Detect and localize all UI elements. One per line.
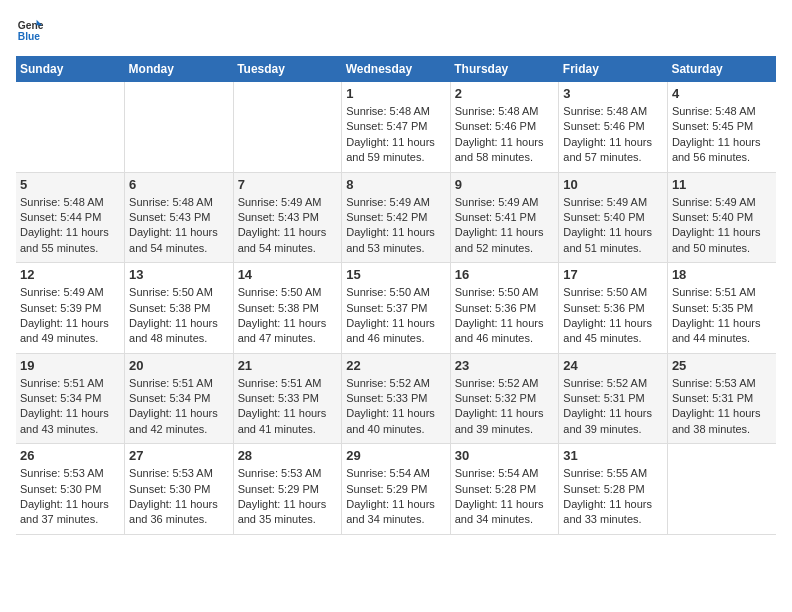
day-info: Sunrise: 5:49 AMSunset: 5:40 PMDaylight:… — [563, 195, 663, 257]
day-info: Sunrise: 5:51 AMSunset: 5:35 PMDaylight:… — [672, 285, 772, 347]
day-number: 24 — [563, 358, 663, 373]
calendar-cell: 16Sunrise: 5:50 AMSunset: 5:36 PMDayligh… — [450, 263, 559, 354]
day-info: Sunrise: 5:48 AMSunset: 5:47 PMDaylight:… — [346, 104, 446, 166]
weekday-header-saturday: Saturday — [667, 56, 776, 82]
logo-icon: General Blue — [16, 16, 44, 44]
calendar-cell: 28Sunrise: 5:53 AMSunset: 5:29 PMDayligh… — [233, 444, 342, 535]
calendar-cell: 3Sunrise: 5:48 AMSunset: 5:46 PMDaylight… — [559, 82, 668, 172]
calendar-week-2: 5Sunrise: 5:48 AMSunset: 5:44 PMDaylight… — [16, 172, 776, 263]
logo: General Blue — [16, 16, 48, 44]
calendar-week-1: 1Sunrise: 5:48 AMSunset: 5:47 PMDaylight… — [16, 82, 776, 172]
day-info: Sunrise: 5:50 AMSunset: 5:38 PMDaylight:… — [129, 285, 229, 347]
day-number: 18 — [672, 267, 772, 282]
calendar-cell: 12Sunrise: 5:49 AMSunset: 5:39 PMDayligh… — [16, 263, 125, 354]
calendar-cell: 9Sunrise: 5:49 AMSunset: 5:41 PMDaylight… — [450, 172, 559, 263]
day-info: Sunrise: 5:48 AMSunset: 5:46 PMDaylight:… — [455, 104, 555, 166]
day-number: 1 — [346, 86, 446, 101]
day-info: Sunrise: 5:50 AMSunset: 5:36 PMDaylight:… — [563, 285, 663, 347]
day-info: Sunrise: 5:55 AMSunset: 5:28 PMDaylight:… — [563, 466, 663, 528]
calendar-cell: 24Sunrise: 5:52 AMSunset: 5:31 PMDayligh… — [559, 353, 668, 444]
day-number: 10 — [563, 177, 663, 192]
day-info: Sunrise: 5:49 AMSunset: 5:43 PMDaylight:… — [238, 195, 338, 257]
calendar-cell: 23Sunrise: 5:52 AMSunset: 5:32 PMDayligh… — [450, 353, 559, 444]
weekday-header-friday: Friday — [559, 56, 668, 82]
day-number: 20 — [129, 358, 229, 373]
calendar-cell: 19Sunrise: 5:51 AMSunset: 5:34 PMDayligh… — [16, 353, 125, 444]
calendar-cell: 26Sunrise: 5:53 AMSunset: 5:30 PMDayligh… — [16, 444, 125, 535]
day-info: Sunrise: 5:53 AMSunset: 5:31 PMDaylight:… — [672, 376, 772, 438]
calendar-cell: 30Sunrise: 5:54 AMSunset: 5:28 PMDayligh… — [450, 444, 559, 535]
calendar-cell: 2Sunrise: 5:48 AMSunset: 5:46 PMDaylight… — [450, 82, 559, 172]
weekday-header-thursday: Thursday — [450, 56, 559, 82]
day-number: 4 — [672, 86, 772, 101]
day-number: 8 — [346, 177, 446, 192]
day-number: 21 — [238, 358, 338, 373]
day-number: 13 — [129, 267, 229, 282]
calendar-cell: 5Sunrise: 5:48 AMSunset: 5:44 PMDaylight… — [16, 172, 125, 263]
day-number: 11 — [672, 177, 772, 192]
day-info: Sunrise: 5:49 AMSunset: 5:40 PMDaylight:… — [672, 195, 772, 257]
day-number: 26 — [20, 448, 120, 463]
calendar-cell: 13Sunrise: 5:50 AMSunset: 5:38 PMDayligh… — [125, 263, 234, 354]
weekday-header-wednesday: Wednesday — [342, 56, 451, 82]
calendar-cell: 22Sunrise: 5:52 AMSunset: 5:33 PMDayligh… — [342, 353, 451, 444]
day-number: 17 — [563, 267, 663, 282]
calendar-cell — [125, 82, 234, 172]
day-number: 15 — [346, 267, 446, 282]
day-info: Sunrise: 5:53 AMSunset: 5:29 PMDaylight:… — [238, 466, 338, 528]
day-number: 5 — [20, 177, 120, 192]
day-info: Sunrise: 5:48 AMSunset: 5:43 PMDaylight:… — [129, 195, 229, 257]
day-number: 14 — [238, 267, 338, 282]
day-number: 3 — [563, 86, 663, 101]
day-info: Sunrise: 5:51 AMSunset: 5:33 PMDaylight:… — [238, 376, 338, 438]
calendar-week-3: 12Sunrise: 5:49 AMSunset: 5:39 PMDayligh… — [16, 263, 776, 354]
day-info: Sunrise: 5:51 AMSunset: 5:34 PMDaylight:… — [129, 376, 229, 438]
calendar-cell: 20Sunrise: 5:51 AMSunset: 5:34 PMDayligh… — [125, 353, 234, 444]
day-number: 27 — [129, 448, 229, 463]
calendar-cell — [233, 82, 342, 172]
day-number: 28 — [238, 448, 338, 463]
day-info: Sunrise: 5:48 AMSunset: 5:44 PMDaylight:… — [20, 195, 120, 257]
day-number: 16 — [455, 267, 555, 282]
calendar-cell: 31Sunrise: 5:55 AMSunset: 5:28 PMDayligh… — [559, 444, 668, 535]
calendar-header: SundayMondayTuesdayWednesdayThursdayFrid… — [16, 56, 776, 82]
day-info: Sunrise: 5:49 AMSunset: 5:39 PMDaylight:… — [20, 285, 120, 347]
calendar-cell: 11Sunrise: 5:49 AMSunset: 5:40 PMDayligh… — [667, 172, 776, 263]
day-info: Sunrise: 5:53 AMSunset: 5:30 PMDaylight:… — [129, 466, 229, 528]
day-number: 30 — [455, 448, 555, 463]
day-info: Sunrise: 5:49 AMSunset: 5:42 PMDaylight:… — [346, 195, 446, 257]
calendar-cell: 4Sunrise: 5:48 AMSunset: 5:45 PMDaylight… — [667, 82, 776, 172]
calendar-table: SundayMondayTuesdayWednesdayThursdayFrid… — [16, 56, 776, 535]
day-number: 19 — [20, 358, 120, 373]
day-info: Sunrise: 5:52 AMSunset: 5:33 PMDaylight:… — [346, 376, 446, 438]
calendar-cell: 14Sunrise: 5:50 AMSunset: 5:38 PMDayligh… — [233, 263, 342, 354]
calendar-week-4: 19Sunrise: 5:51 AMSunset: 5:34 PMDayligh… — [16, 353, 776, 444]
day-number: 22 — [346, 358, 446, 373]
calendar-cell — [667, 444, 776, 535]
day-number: 23 — [455, 358, 555, 373]
svg-text:General: General — [18, 20, 44, 31]
calendar-cell: 6Sunrise: 5:48 AMSunset: 5:43 PMDaylight… — [125, 172, 234, 263]
calendar-cell: 10Sunrise: 5:49 AMSunset: 5:40 PMDayligh… — [559, 172, 668, 263]
day-info: Sunrise: 5:48 AMSunset: 5:46 PMDaylight:… — [563, 104, 663, 166]
calendar-cell: 15Sunrise: 5:50 AMSunset: 5:37 PMDayligh… — [342, 263, 451, 354]
day-info: Sunrise: 5:48 AMSunset: 5:45 PMDaylight:… — [672, 104, 772, 166]
calendar-cell: 1Sunrise: 5:48 AMSunset: 5:47 PMDaylight… — [342, 82, 451, 172]
calendar-week-5: 26Sunrise: 5:53 AMSunset: 5:30 PMDayligh… — [16, 444, 776, 535]
calendar-cell: 18Sunrise: 5:51 AMSunset: 5:35 PMDayligh… — [667, 263, 776, 354]
day-info: Sunrise: 5:52 AMSunset: 5:32 PMDaylight:… — [455, 376, 555, 438]
day-number: 6 — [129, 177, 229, 192]
day-info: Sunrise: 5:49 AMSunset: 5:41 PMDaylight:… — [455, 195, 555, 257]
calendar-cell: 29Sunrise: 5:54 AMSunset: 5:29 PMDayligh… — [342, 444, 451, 535]
day-info: Sunrise: 5:50 AMSunset: 5:37 PMDaylight:… — [346, 285, 446, 347]
day-number: 12 — [20, 267, 120, 282]
day-number: 25 — [672, 358, 772, 373]
page-header: General Blue — [16, 16, 776, 44]
weekday-header-tuesday: Tuesday — [233, 56, 342, 82]
day-info: Sunrise: 5:54 AMSunset: 5:28 PMDaylight:… — [455, 466, 555, 528]
day-number: 9 — [455, 177, 555, 192]
day-number: 31 — [563, 448, 663, 463]
calendar-cell: 7Sunrise: 5:49 AMSunset: 5:43 PMDaylight… — [233, 172, 342, 263]
calendar-cell: 21Sunrise: 5:51 AMSunset: 5:33 PMDayligh… — [233, 353, 342, 444]
day-info: Sunrise: 5:52 AMSunset: 5:31 PMDaylight:… — [563, 376, 663, 438]
